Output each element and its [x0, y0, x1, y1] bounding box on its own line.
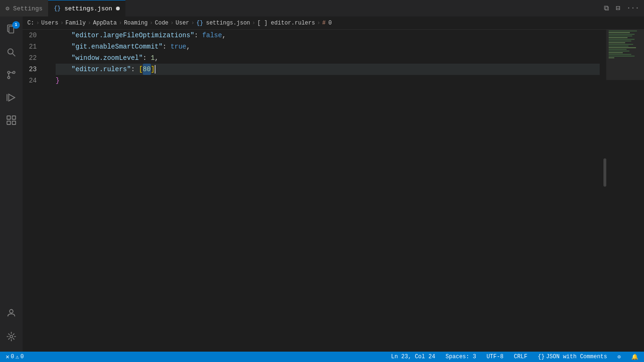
tab-settings[interactable]: ⚙ Settings [0, 0, 48, 16]
svg-point-14 [9, 310, 13, 313]
status-right: Ln 23, Col 24 Spaces: 3 UTF-8 CRLF {} JS… [389, 354, 640, 361]
warning-count: 0 [20, 354, 24, 360]
cursor [155, 65, 156, 74]
svg-point-6 [13, 71, 15, 74]
feedback-icon: ⊙ [618, 354, 621, 361]
status-left: ✕ 0 ⚠ 0 [4, 353, 25, 361]
main-layout: 1 [0, 16, 644, 352]
error-count: 0 [11, 354, 14, 360]
breadcrumb-ruler-value[interactable]: 0 [329, 20, 332, 26]
breadcrumb-users[interactable]: Users [41, 20, 58, 26]
minimap [606, 30, 644, 352]
error-icon: ✕ [6, 353, 9, 361]
line-col-label: Ln 23, Col 24 [391, 354, 435, 360]
activity-bar: 1 [0, 16, 23, 352]
split-editor-icon[interactable]: ⊟ [616, 4, 620, 13]
line-num-22: 22 [23, 52, 43, 64]
breadcrumb-user[interactable]: User [176, 20, 190, 26]
tab-modified-dot [116, 7, 120, 10]
breadcrumb-family[interactable]: Family [66, 20, 86, 26]
status-language[interactable]: {} JSON with Comments [536, 354, 609, 360]
sidebar-item-explorer[interactable]: 1 [0, 18, 23, 41]
more-actions-icon[interactable]: ··· [627, 4, 639, 12]
svg-marker-8 [9, 94, 15, 101]
status-bar: ✕ 0 ⚠ 0 Ln 23, Col 24 Spaces: 3 UTF-8 CR… [0, 352, 644, 362]
line-num-24: 24 [23, 75, 43, 86]
encoding-label: UTF-8 [487, 354, 504, 360]
bell-icon: 🔔 [631, 354, 638, 361]
svg-rect-12 [7, 121, 10, 124]
breadcrumb-c[interactable]: C: [27, 20, 34, 26]
sidebar-item-manage[interactable] [0, 325, 23, 348]
sidebar-item-search[interactable] [0, 41, 23, 64]
status-spaces[interactable]: Spaces: 3 [444, 354, 478, 360]
svg-rect-11 [12, 116, 16, 119]
svg-point-4 [8, 71, 10, 74]
explorer-badge: 1 [12, 21, 20, 29]
language-icon: {} [538, 354, 545, 360]
breadcrumb-appdata[interactable]: AppData [93, 20, 116, 26]
svg-rect-10 [7, 116, 10, 119]
line-numbers: 20 21 22 23 24 [23, 30, 51, 352]
breadcrumb-editor-rulers[interactable]: [ ] editor.rulers [257, 20, 315, 26]
tab-settings-json[interactable]: {} settings.json [48, 0, 125, 16]
svg-line-3 [13, 54, 16, 57]
svg-point-15 [10, 335, 13, 338]
breadcrumb-roaming[interactable]: Roaming [124, 20, 148, 26]
status-line-ending[interactable]: CRLF [512, 354, 529, 360]
settings-json-tab-icon: {} [54, 5, 60, 12]
editor-area: C: › Users › Family › AppData › Roaming … [23, 16, 644, 352]
code-editor[interactable]: "editor.largeFileOptimizations": false, … [51, 30, 600, 352]
copy-layout-icon[interactable]: ⧉ [604, 4, 609, 13]
sidebar-item-extensions[interactable] [0, 109, 23, 132]
code-line-23: "editor.rulers": [80] [56, 64, 600, 75]
status-feedback[interactable]: ⊙ [616, 354, 623, 361]
spaces-label: Spaces: 3 [446, 354, 476, 360]
tab-bar: ⚙ Settings {} settings.json [0, 0, 599, 16]
code-line-20: "editor.largeFileOptimizations": false, [56, 30, 600, 41]
settings-tab-label: Settings [13, 5, 42, 12]
editor-content: 20 21 22 23 24 "editor.largeFileOptimiza… [23, 30, 644, 352]
line-num-20: 20 [23, 30, 43, 41]
breadcrumb-code[interactable]: Code [155, 20, 169, 26]
svg-rect-13 [12, 121, 16, 124]
svg-point-5 [8, 76, 10, 79]
code-line-21: "git.enableSmartCommit": true, [56, 41, 600, 52]
line-num-23: 23 [23, 64, 43, 75]
sidebar-item-source-control[interactable] [0, 64, 23, 86]
svg-point-2 [8, 49, 13, 54]
settings-tab-icon: ⚙ [6, 5, 9, 12]
editor-scrollbar[interactable] [600, 30, 606, 352]
sidebar-item-account[interactable] [0, 302, 23, 324]
code-line-24: } [56, 75, 600, 86]
status-bell[interactable]: 🔔 [629, 354, 640, 361]
code-line-22: "window.zoomLevel": 1, [56, 52, 600, 64]
sidebar-item-run[interactable] [0, 86, 23, 109]
line-num-21: 21 [23, 41, 43, 52]
activity-bottom [0, 302, 23, 352]
status-errors[interactable]: ✕ 0 ⚠ 0 [4, 353, 25, 361]
svg-rect-34 [606, 30, 644, 80]
warning-icon: ⚠ [16, 354, 19, 361]
line-ending-label: CRLF [514, 354, 528, 360]
settings-json-tab-label: settings.json [65, 5, 112, 12]
title-bar: ⚙ Settings {} settings.json ⧉ ⊟ ··· [0, 0, 644, 16]
status-encoding[interactable]: UTF-8 [485, 354, 505, 360]
language-label: JSON with Comments [546, 354, 607, 360]
status-line-col[interactable]: Ln 23, Col 24 [389, 354, 437, 360]
breadcrumb: C: › Users › Family › AppData › Roaming … [23, 16, 644, 30]
title-bar-actions: ⧉ ⊟ ··· [599, 4, 644, 13]
breadcrumb-settings-json[interactable]: settings.json [206, 20, 250, 26]
